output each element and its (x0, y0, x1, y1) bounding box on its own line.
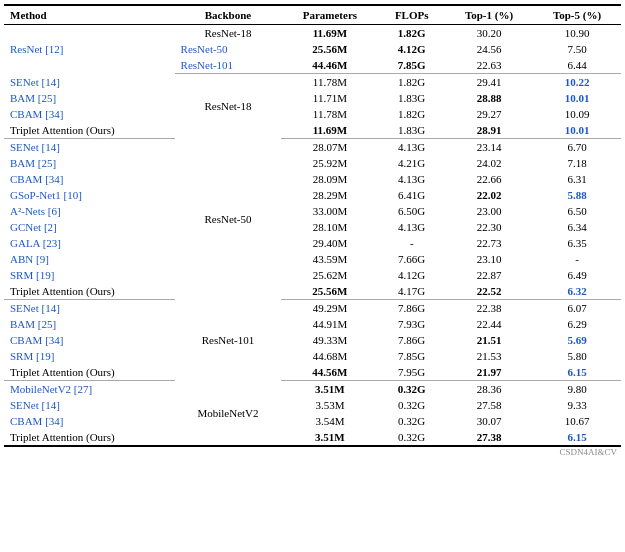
flops-cell: 1.82G (378, 25, 445, 42)
flops-cell: 4.13G (378, 139, 445, 156)
flops-cell: 7.66G (378, 251, 445, 267)
backbone-cell: ResNet-50 (175, 41, 282, 57)
method-cell: CBAM [34] (4, 332, 175, 348)
top5-cell: 6.70 (533, 139, 621, 156)
params-cell: 11.78M (281, 74, 378, 91)
method-cell: SRM [19] (4, 267, 175, 283)
top1-cell: 22.44 (445, 316, 533, 332)
flops-cell: 7.93G (378, 316, 445, 332)
flops-cell: 7.86G (378, 300, 445, 317)
method-cell: CBAM [34] (4, 171, 175, 187)
params-cell: 44.68M (281, 348, 378, 364)
top5-cell: 6.50 (533, 203, 621, 219)
method-cell: SENet [14] (4, 397, 175, 413)
params-cell: 49.33M (281, 332, 378, 348)
top5-cell: 6.35 (533, 235, 621, 251)
params-cell: 11.69M (281, 25, 378, 42)
method-cell: Triplet Attention (Ours) (4, 122, 175, 139)
method-cell: BAM [25] (4, 316, 175, 332)
top1-cell: 28.36 (445, 381, 533, 398)
params-cell: 44.56M (281, 364, 378, 381)
method-cell: BAM [25] (4, 155, 175, 171)
flops-cell: 1.83G (378, 122, 445, 139)
flops-cell: 7.85G (378, 57, 445, 74)
top1-cell: 27.58 (445, 397, 533, 413)
method-cell: CBAM [34] (4, 106, 175, 122)
table-row: Triplet Attention (Ours)3.51M0.32G27.386… (4, 429, 621, 446)
params-cell: 29.40M (281, 235, 378, 251)
params-cell: 3.51M (281, 381, 378, 398)
top5-cell: 6.32 (533, 283, 621, 300)
top1-cell: 21.53 (445, 348, 533, 364)
params-cell: 25.56M (281, 283, 378, 300)
col-method: Method (4, 5, 175, 25)
method-cell: ABN [9] (4, 251, 175, 267)
params-cell: 11.78M (281, 106, 378, 122)
params-cell: 44.46M (281, 57, 378, 74)
top1-cell: 22.38 (445, 300, 533, 317)
params-cell: 25.56M (281, 41, 378, 57)
method-cell: GCNet [2] (4, 219, 175, 235)
table-row: SENet [14]ResNet-5028.07M4.13G23.146.70 (4, 139, 621, 156)
method-cell: CBAM [34] (4, 413, 175, 429)
table-row: Triplet Attention (Ours)44.56M7.95G21.97… (4, 364, 621, 381)
params-cell: 44.91M (281, 316, 378, 332)
table-row: SENet [14]ResNet-10149.29M7.86G22.386.07 (4, 300, 621, 317)
flops-cell: 4.12G (378, 267, 445, 283)
top1-cell: 30.07 (445, 413, 533, 429)
table-row: BAM [25]25.92M4.21G24.027.18 (4, 155, 621, 171)
top5-cell: 10.09 (533, 106, 621, 122)
params-cell: 28.29M (281, 187, 378, 203)
top1-cell: 30.20 (445, 25, 533, 42)
results-table: Method Backbone Parameters FLOPs Top-1 (… (4, 4, 621, 447)
flops-cell: 4.17G (378, 283, 445, 300)
top5-cell: 7.18 (533, 155, 621, 171)
params-cell: 43.59M (281, 251, 378, 267)
top5-cell: 7.50 (533, 41, 621, 57)
top5-cell: 6.44 (533, 57, 621, 74)
top5-cell: 5.80 (533, 348, 621, 364)
flops-cell: 0.32G (378, 413, 445, 429)
flops-cell: 7.95G (378, 364, 445, 381)
method-cell: Triplet Attention (Ours) (4, 429, 175, 446)
backbone-cell: ResNet-101 (175, 300, 282, 381)
params-cell: 28.07M (281, 139, 378, 156)
params-cell: 25.62M (281, 267, 378, 283)
top5-cell: 6.07 (533, 300, 621, 317)
method-cell: A²-Nets [6] (4, 203, 175, 219)
flops-cell: 1.83G (378, 90, 445, 106)
flops-cell: 4.12G (378, 41, 445, 57)
main-container: Method Backbone Parameters FLOPs Top-1 (… (0, 0, 625, 461)
backbone-cell: ResNet-18 (175, 25, 282, 42)
flops-cell: - (378, 235, 445, 251)
top1-cell: 23.14 (445, 139, 533, 156)
backbone-cell: ResNet-101 (175, 57, 282, 74)
flops-cell: 7.86G (378, 332, 445, 348)
table-row: CBAM [34]11.78M1.82G29.2710.09 (4, 106, 621, 122)
method-cell: ResNet [12] (4, 25, 175, 74)
top1-cell: 24.02 (445, 155, 533, 171)
flops-cell: 4.21G (378, 155, 445, 171)
table-row: SRM [19]44.68M7.85G21.535.80 (4, 348, 621, 364)
top5-cell: 6.15 (533, 364, 621, 381)
top5-cell: 6.34 (533, 219, 621, 235)
top1-cell: 28.88 (445, 90, 533, 106)
table-row: GCNet [2]28.10M4.13G22.306.34 (4, 219, 621, 235)
table-row: GALA [23]29.40M-22.736.35 (4, 235, 621, 251)
table-row: Triplet Attention (Ours)25.56M4.17G22.52… (4, 283, 621, 300)
table-row: ABN [9]43.59M7.66G23.10- (4, 251, 621, 267)
table-row: MobileNetV2 [27]MobileNetV23.51M0.32G28.… (4, 381, 621, 398)
table-row: SRM [19]25.62M4.12G22.876.49 (4, 267, 621, 283)
params-cell: 28.09M (281, 171, 378, 187)
col-top5: Top-5 (%) (533, 5, 621, 25)
col-parameters: Parameters (281, 5, 378, 25)
table-row: Triplet Attention (Ours)11.69M1.83G28.91… (4, 122, 621, 139)
table-row: BAM [25]11.71M1.83G28.8810.01 (4, 90, 621, 106)
table-row: GSoP-Net1 [10]28.29M6.41G22.025.88 (4, 187, 621, 203)
params-cell: 3.54M (281, 413, 378, 429)
top1-cell: 22.66 (445, 171, 533, 187)
method-cell: SENet [14] (4, 300, 175, 317)
top5-cell: 6.31 (533, 171, 621, 187)
top5-cell: 9.33 (533, 397, 621, 413)
top5-cell: 5.88 (533, 187, 621, 203)
